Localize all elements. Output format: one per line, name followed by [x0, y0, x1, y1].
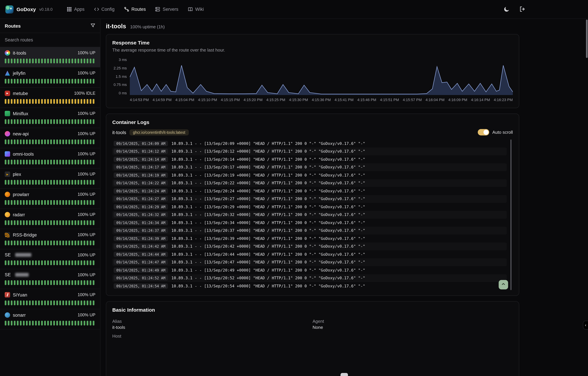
log-message: 10.89.3.1 - - [13/Sep/20:09 +0000] "HEAD… [171, 141, 365, 146]
route-list-item-se[interactable]: SE100% UP [0, 249, 100, 269]
uptime-bar [32, 200, 34, 205]
uptime-bar [62, 301, 64, 305]
theme-toggle-button[interactable] [504, 6, 510, 13]
uptime-bar [59, 139, 61, 144]
uptime-bar [72, 139, 73, 144]
uptime-bar [47, 59, 49, 63]
uptime-bar [50, 79, 52, 84]
uptime-bars [5, 220, 96, 225]
uptime-bar [23, 180, 25, 185]
basic-information-title: Basic Information [112, 307, 513, 313]
auto-scroll-label: Auto scroll [492, 130, 513, 135]
uptime-bar [38, 261, 40, 265]
log-message: 10.89.3.1 - - [13/Sep/20:14 +0000] "HEAD… [171, 157, 365, 162]
route-row: RSS-Bridge100% UP [5, 232, 96, 238]
route-list-item-radarr[interactable]: radarr100% UP [0, 209, 100, 229]
uptime-bar [29, 59, 31, 63]
logout-button[interactable] [519, 6, 525, 13]
log-scrollbar[interactable] [511, 139, 512, 290]
uptime-bar [20, 160, 21, 164]
uptime-bar [44, 79, 46, 84]
uptime-bar [65, 261, 67, 265]
uptime-bar [47, 180, 49, 185]
log-timestamp: 09/14/2025, 01:24:17 AM [114, 165, 168, 170]
uptime-bar [17, 321, 19, 325]
logs-route-name: it-tools [112, 130, 126, 135]
x-axis-tick: 4:15:51 PM [380, 98, 399, 102]
route-list-item-prowlarr[interactable]: prowlarr100% UP [0, 189, 100, 209]
route-list-item-sonarr[interactable]: sonarr100% UP [0, 309, 100, 330]
uptime-bar [68, 79, 70, 84]
uptime-bar [38, 301, 40, 305]
route-list-item-miniflux[interactable]: Miniflux100% UP [0, 108, 100, 128]
partially-visible-floating-button[interactable] [341, 373, 348, 376]
route-status-badge: 100% UP [77, 232, 96, 237]
uptime-bar [62, 119, 64, 124]
uptime-bar [90, 79, 91, 84]
uptime-bar [68, 180, 70, 185]
x-axis-tick: 4:15:41 PM [334, 98, 353, 102]
uptime-bar [75, 160, 76, 164]
uptime-bar [23, 59, 25, 63]
route-row: radarr100% UP [5, 212, 96, 217]
uptime-bar [90, 180, 91, 185]
uptime-bar [87, 119, 88, 124]
uptime-bar [90, 59, 91, 63]
uptime-bar [44, 180, 46, 185]
route-list-item-siyuan[interactable]: SiYuan100% UP [0, 289, 100, 309]
filter-button[interactable] [90, 23, 96, 29]
route-status-badge: 100% IDLE [74, 91, 96, 96]
uptime-bar [29, 301, 31, 305]
scroll-to-top-button[interactable] [499, 280, 508, 289]
nav-item-routes[interactable]: Routes [124, 7, 146, 12]
nav-item-config[interactable]: Config [94, 7, 115, 12]
uptime-bar [93, 59, 94, 63]
grid-icon [67, 7, 72, 12]
log-timestamp: 09/14/2025, 01:24:09 AM [114, 141, 168, 146]
nav-item-servers[interactable]: Servers [155, 7, 178, 12]
page-scrollbar-thumb[interactable] [586, 20, 588, 58]
uptime-bar [77, 301, 79, 305]
uptime-bar [23, 240, 25, 245]
nav-item-wiki[interactable]: Wiki [188, 7, 204, 12]
log-message: 10.89.3.1 - - [13/Sep/20:17 +0000] "HEAD… [171, 165, 365, 170]
log-message: 10.89.3.1 - - [13/Sep/20:12 +0000] "HEAD… [171, 149, 365, 154]
uptime-bar [77, 79, 79, 84]
uptime-bar [59, 301, 61, 305]
route-list-item-jellyfin[interactable]: jellyfin100% UP [0, 67, 100, 88]
auto-scroll-toggle[interactable] [478, 129, 489, 136]
uptime-bar [26, 160, 28, 164]
uptime-bar [65, 119, 67, 124]
nav-item-apps[interactable]: Apps [67, 7, 85, 12]
route-list-item-omni-tools[interactable]: omni-tools100% UP [0, 148, 100, 168]
route-list-item-se[interactable]: SE100% UP [0, 269, 100, 289]
uptime-bar [44, 321, 46, 325]
uptime-bar [23, 139, 25, 144]
route-list-item-new-api[interactable]: new-api100% UP [0, 128, 100, 148]
uptime-bar [72, 99, 73, 104]
route-status-badge: 100% UP [77, 272, 96, 277]
uptime-bar [81, 99, 82, 104]
uptime-bar [81, 200, 82, 205]
route-row: SiYuan100% UP [5, 292, 96, 297]
chart-plot [130, 58, 513, 95]
uptime-bar [87, 301, 88, 305]
collapse-panel-tab[interactable]: ‹ [583, 321, 588, 330]
route-list-item-rss-bridge[interactable]: RSS-Bridge100% UP [0, 229, 100, 249]
uptime-bar [11, 139, 12, 144]
uptime-bar [20, 79, 21, 84]
uptime-bar [68, 99, 70, 104]
info-field-alias: Aliasit-tools [112, 319, 312, 330]
route-list-item-plex[interactable]: plex100% UP [0, 168, 100, 189]
uptime-bar [44, 99, 46, 104]
log-line: 09/14/2025, 01:24:37 AM10.89.3.1 - - [13… [112, 227, 507, 234]
uptime-bar [68, 139, 70, 144]
log-line: 09/14/2025, 01:24:27 AM10.89.3.1 - - [13… [112, 195, 507, 203]
route-list-item-it-tools[interactable]: it-tools100% UP [0, 47, 100, 67]
route-list-item-metube[interactable]: metube100% IDLE [0, 88, 100, 108]
uptime-bar [59, 261, 61, 265]
uptime-bar [65, 99, 67, 104]
chevron-left-icon: ‹ [585, 323, 586, 327]
uptime-bar [68, 261, 70, 265]
search-routes-input[interactable] [5, 37, 96, 42]
